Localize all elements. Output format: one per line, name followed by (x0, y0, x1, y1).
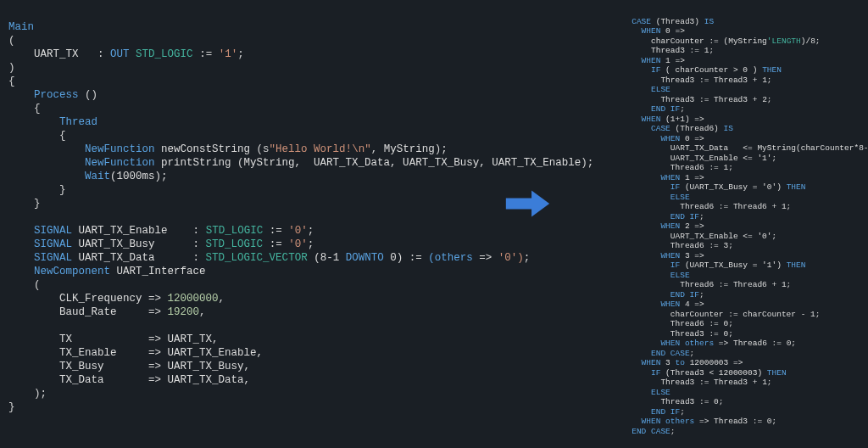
kw-when: WHEN (642, 358, 661, 367)
expr: 4 => (685, 300, 704, 309)
paren: ( (34, 279, 41, 291)
stmt: )/8; (801, 36, 821, 46)
stmt: UART_TX_Enable <= '1'; (670, 154, 776, 163)
sc: ; (308, 238, 314, 250)
left-code-pane: Main ( UART_TX : OUT STD_LOGIC := '1'; )… (8, 7, 593, 441)
arrow: => (479, 252, 492, 264)
expr: 3 => (685, 251, 704, 260)
kw-main: Main (8, 21, 34, 33)
sc: ; (699, 290, 704, 300)
arrow: => (148, 374, 161, 386)
param-key: TX_Data (59, 374, 104, 386)
comma: , (199, 306, 206, 318)
kw-if: IF (651, 65, 660, 75)
args: (8-1 (314, 252, 339, 264)
id: UART_TX (34, 48, 79, 60)
type: STD_LOGIC (206, 238, 264, 250)
stmt: UART_TX_Enable <= '0'; (670, 232, 776, 241)
param-key: TX_Busy (59, 361, 104, 372)
svg-marker-0 (506, 190, 549, 216)
paren: ); (34, 388, 47, 400)
kw-when-others: WHEN others (642, 417, 695, 426)
expr: 2 => (685, 221, 704, 231)
stmt: charCounter := (MyString (651, 36, 767, 46)
kw-else: ELSE (651, 388, 670, 397)
kw-then: THEN (762, 65, 782, 75)
kw-when: WHEN (660, 251, 680, 260)
kw-wait: Wait (85, 171, 110, 182)
stmt: Thread3 := Thread3 + 2; (660, 95, 771, 104)
cond: (UART_TX_Busy = '0') (685, 182, 782, 192)
kw-when: WHEN (660, 300, 680, 309)
param-val: UART_TX_Data, (168, 374, 251, 386)
kw-out: OUT (110, 48, 130, 60)
kw-else: ELSE (651, 85, 670, 94)
num: 12000000 (168, 293, 219, 305)
id: UART_TX_Data (79, 252, 155, 264)
param-key: TX (59, 333, 72, 345)
lit: '0') (498, 252, 524, 264)
id: UART_TX_Enable (79, 225, 168, 237)
param-val: UART_TX_Busy, (168, 361, 251, 372)
cond: (UART_TX_Busy = '1') (685, 260, 782, 270)
stmt: Thread6 := Thread6 + 1; (680, 202, 791, 211)
expr: 1 => (665, 56, 685, 65)
kw-when: WHEN (642, 26, 661, 36)
param-key: Baud_Rate (59, 306, 117, 318)
assign: := (409, 252, 422, 264)
stmt: Thread3 := Thread3 + 1; (660, 378, 771, 387)
param-key: TX_Enable (59, 347, 117, 359)
kw-endcase: END CASE (632, 427, 670, 436)
brace: { (59, 130, 66, 142)
arrow-icon (504, 187, 551, 221)
cond: ( charCounter > 0 ) (665, 65, 757, 75)
stmt: Thread3 := 0; (670, 329, 733, 339)
id: UART_Interface (117, 266, 206, 277)
kw-when: WHEN (642, 56, 661, 65)
expr: 0 => (685, 134, 704, 143)
kw-signal: SIGNAL (34, 252, 72, 264)
kw-thread: Thread (59, 116, 97, 128)
stmt: Thread6 := Thread6 + 1; (680, 280, 791, 289)
arg: MyString (384, 143, 435, 155)
args: 0) (390, 252, 403, 264)
kw-endcase: END CASE (651, 349, 690, 358)
kw-endif: END IF (670, 290, 699, 300)
kw-if: IF (651, 368, 660, 378)
expr: 12000003 => (690, 358, 743, 367)
kw-when-others: WHEN others (660, 339, 714, 348)
brace: { (34, 103, 41, 115)
stmt: Thread3 := 0; (660, 397, 723, 406)
brace: } (34, 198, 41, 210)
param-key: CLK_Frequency (59, 293, 142, 305)
expr: (Thread3) (656, 17, 699, 26)
arrow: => (148, 306, 161, 318)
arrow: => (148, 333, 161, 345)
fn-name: printString (161, 157, 231, 169)
arrow: => (148, 347, 161, 359)
stmt: Thread6 := 0; (670, 319, 733, 328)
comma: , (219, 293, 225, 305)
code-comparison-container: Main ( UART_TX : OUT STD_LOGIC := '1'; )… (0, 0, 868, 448)
stmt: charCounter := charCounter - 1; (670, 310, 821, 319)
kw-if: IF (670, 260, 680, 270)
string-literal: "Hello World!\n" (270, 143, 371, 155)
fn-name: newConstString (161, 143, 250, 155)
kw-signal: SIGNAL (34, 225, 72, 237)
kw-when: WHEN (660, 173, 680, 182)
expr: (Thread6) (676, 124, 719, 133)
right-code-pane: CASE (Thread3) IS WHEN 0 => charCounter … (593, 7, 868, 441)
expr: 3 (665, 358, 670, 367)
args: MyString, UART_TX_Data, UART_TX_Busy, UA… (244, 157, 581, 169)
sc: ; (237, 48, 244, 60)
kw-endif: END IF (670, 212, 699, 221)
kw-when: WHEN (642, 115, 661, 124)
lit: '0' (288, 238, 308, 250)
kw-when: WHEN (660, 221, 680, 231)
kw-others: (others (428, 252, 473, 264)
sc: ; (524, 252, 531, 264)
sc: ; (699, 212, 704, 221)
assign: := (270, 225, 282, 237)
kw-endif: END IF (651, 407, 680, 417)
kw-endif: END IF (651, 104, 680, 114)
